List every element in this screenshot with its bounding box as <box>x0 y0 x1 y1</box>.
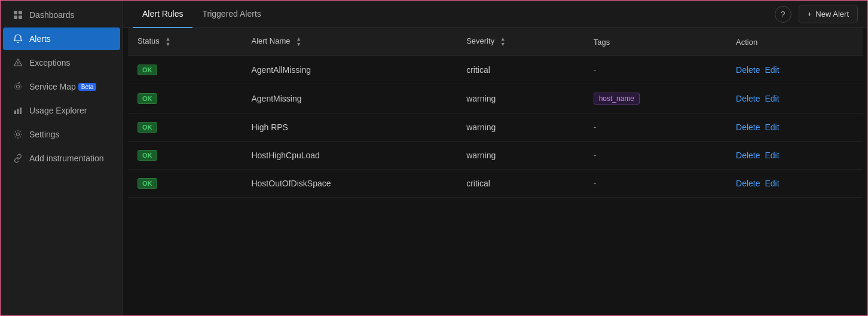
edit-button[interactable]: Edit <box>765 94 779 103</box>
sidebar-item-settings[interactable]: Settings <box>3 123 120 146</box>
cell-action: DeleteEdit <box>726 142 863 170</box>
ok-status-badge: OK <box>137 122 157 133</box>
edit-button[interactable]: Edit <box>765 151 779 160</box>
table-row: OKHostHighCpuLoadwarning-DeleteEdit <box>128 142 863 170</box>
delete-button[interactable]: Delete <box>736 94 760 103</box>
cell-tags: - <box>584 142 726 170</box>
table-row: OKHostOutOfDiskSpacecritical-DeleteEdit <box>128 170 863 198</box>
col-alert-name[interactable]: Alert Name ▲▼ <box>242 28 457 56</box>
plus-icon: + <box>808 10 812 19</box>
grid-icon <box>13 10 23 20</box>
ok-status-badge: OK <box>137 93 157 104</box>
sort-icon-alert-name: ▲▼ <box>296 36 301 47</box>
edit-button[interactable]: Edit <box>765 179 779 188</box>
bar-chart-icon <box>13 105 23 116</box>
cell-status: OK <box>128 113 242 142</box>
col-tags: Tags <box>584 28 726 56</box>
sidebar-item-service-map-label: Service Map <box>29 82 76 91</box>
cell-severity: critical <box>457 170 584 198</box>
cell-alert-name: AgentMissing <box>242 84 457 113</box>
tags-empty: - <box>594 179 597 188</box>
tags-empty: - <box>594 65 597 75</box>
sidebar-item-exceptions[interactable]: Exceptions <box>3 51 120 74</box>
tabs-actions: ? + New Alert <box>775 5 858 23</box>
cell-tags: - <box>584 170 726 198</box>
cell-action: DeleteEdit <box>726 170 863 198</box>
cell-status: OK <box>128 142 242 170</box>
radio-icon <box>13 81 23 92</box>
link-icon <box>13 153 23 164</box>
new-alert-button[interactable]: + New Alert <box>799 5 858 23</box>
table-row: OKAgentMissingwarninghost_nameDeleteEdit <box>128 84 863 113</box>
svg-point-5 <box>17 65 18 65</box>
cell-action: DeleteEdit <box>726 56 863 84</box>
cell-alert-name: HostOutOfDiskSpace <box>242 170 457 198</box>
svg-rect-10 <box>17 109 19 114</box>
svg-rect-11 <box>20 108 22 114</box>
edit-button[interactable]: Edit <box>765 122 779 132</box>
alerts-table-container: Status ▲▼ Alert Name ▲▼ Severity ▲▼ Ta <box>123 28 867 315</box>
app-layout: Dashboards Alerts Exceptions <box>1 1 867 315</box>
svg-rect-9 <box>14 111 16 114</box>
help-button[interactable]: ? <box>775 6 791 23</box>
sort-icon-severity: ▲▼ <box>500 36 506 47</box>
sidebar-item-alerts[interactable]: Alerts <box>3 27 120 50</box>
svg-line-8 <box>18 82 20 84</box>
cell-tags: - <box>584 56 726 84</box>
tags-empty: - <box>594 122 597 132</box>
sidebar-item-alerts-label: Alerts <box>29 34 51 44</box>
tab-triggered-alerts[interactable]: Triggered Alerts <box>192 1 270 28</box>
ok-status-badge: OK <box>137 178 157 189</box>
svg-rect-3 <box>19 16 22 19</box>
edit-button[interactable]: Edit <box>765 65 779 75</box>
cell-action: DeleteEdit <box>726 113 863 142</box>
tab-alert-rules[interactable]: Alert Rules <box>133 1 192 28</box>
cell-tags: - <box>584 113 726 142</box>
cell-severity: warning <box>457 113 584 142</box>
cell-alert-name: HostHighCpuLoad <box>242 142 457 170</box>
delete-button[interactable]: Delete <box>736 122 760 132</box>
cell-severity: warning <box>457 84 584 113</box>
table-row: OKHigh RPSwarning-DeleteEdit <box>128 113 863 142</box>
main-content: Alert Rules Triggered Alerts ? + New Ale… <box>123 1 867 315</box>
bell-icon <box>13 33 23 44</box>
table-row: OKAgentAllMissingcritical-DeleteEdit <box>128 56 863 84</box>
col-action: Action <box>726 28 863 56</box>
svg-point-12 <box>17 133 20 136</box>
sidebar-item-add-instrumentation-label: Add instrumentation <box>29 154 104 163</box>
delete-button[interactable]: Delete <box>736 151 760 160</box>
new-alert-label: New Alert <box>815 10 849 19</box>
sidebar-item-usage-explorer[interactable]: Usage Explorer <box>3 99 120 122</box>
delete-button[interactable]: Delete <box>736 179 760 188</box>
cell-alert-name: AgentAllMissing <box>242 56 457 84</box>
sidebar-item-service-map[interactable]: Service Map Beta <box>3 75 120 98</box>
cell-severity: warning <box>457 142 584 170</box>
sidebar-item-dashboards-label: Dashboards <box>29 10 75 20</box>
alerts-table: Status ▲▼ Alert Name ▲▼ Severity ▲▼ Ta <box>128 28 863 198</box>
sidebar-item-add-instrumentation[interactable]: Add instrumentation <box>3 147 120 170</box>
beta-badge: Beta <box>78 83 97 91</box>
col-severity[interactable]: Severity ▲▼ <box>457 28 584 56</box>
svg-rect-0 <box>14 11 17 14</box>
tabs-bar: Alert Rules Triggered Alerts ? + New Ale… <box>123 1 867 28</box>
svg-point-7 <box>15 84 22 90</box>
ok-status-badge: OK <box>137 65 157 75</box>
cell-status: OK <box>128 56 242 84</box>
tabs: Alert Rules Triggered Alerts <box>133 1 271 27</box>
tag-badge: host_name <box>594 93 640 105</box>
sidebar-item-settings-label: Settings <box>29 130 60 139</box>
sidebar: Dashboards Alerts Exceptions <box>1 1 123 315</box>
ok-status-badge: OK <box>137 150 157 161</box>
delete-button[interactable]: Delete <box>736 65 760 75</box>
cell-status: OK <box>128 84 242 113</box>
tags-empty: - <box>594 151 597 160</box>
sidebar-item-dashboards[interactable]: Dashboards <box>3 4 120 26</box>
svg-rect-2 <box>14 16 17 19</box>
cell-severity: critical <box>457 56 584 84</box>
col-status[interactable]: Status ▲▼ <box>128 28 242 56</box>
cell-status: OK <box>128 170 242 198</box>
cell-action: DeleteEdit <box>726 84 863 113</box>
svg-point-6 <box>17 85 20 88</box>
gear-icon <box>13 129 23 140</box>
sort-icon-status: ▲▼ <box>165 36 170 47</box>
